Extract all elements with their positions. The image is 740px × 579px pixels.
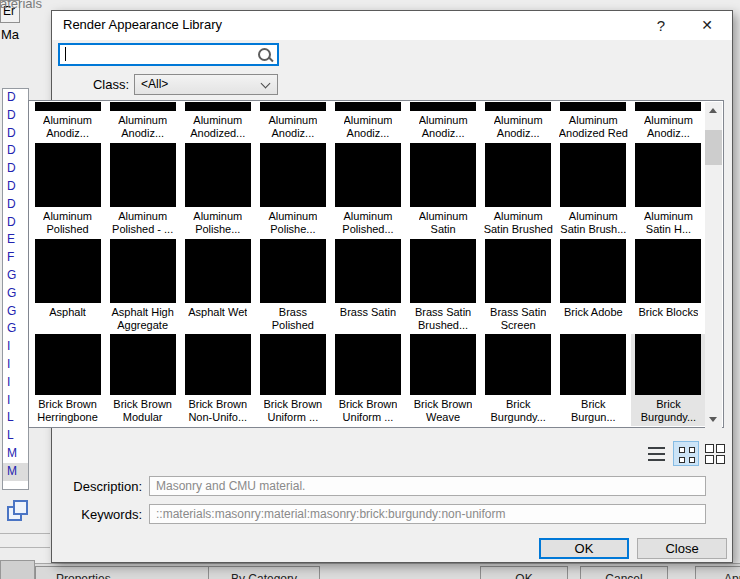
background-material-list-item[interactable]: I <box>3 374 28 392</box>
material-item[interactable]: Aluminum Anodiz... <box>406 102 481 142</box>
background-material-list-item[interactable]: M <box>3 445 28 463</box>
material-item[interactable]: Aluminum Polished - ... <box>105 143 180 238</box>
duplicate-icon-front <box>13 500 28 515</box>
material-item[interactable]: Aluminum Anodiz... <box>481 102 556 142</box>
background-properties-button[interactable]: Properties <box>35 566 227 579</box>
background-cancel-button[interactable]: Cancel <box>580 566 668 579</box>
background-material-list-item[interactable]: G <box>3 285 28 303</box>
material-item[interactable]: Aluminum Satin H... <box>631 143 706 238</box>
material-label: Brick Brown Uniform ... <box>264 398 323 424</box>
background-material-list-item[interactable]: G <box>3 320 28 338</box>
material-item[interactable]: Brick Burgun... <box>556 334 631 426</box>
background-material-list-item[interactable]: G <box>3 303 28 321</box>
close-button[interactable]: Close <box>637 538 727 559</box>
background-material-list-item[interactable]: D <box>3 125 28 143</box>
material-item[interactable]: Asphalt <box>30 239 105 334</box>
background-material-list-item[interactable]: D <box>3 214 28 232</box>
material-item[interactable]: Aluminum Anodiz... <box>631 102 706 142</box>
material-thumbnail <box>635 239 701 303</box>
material-thumbnail <box>260 143 326 207</box>
material-item[interactable]: Brass Polished <box>255 239 330 334</box>
background-material-list-item[interactable]: I <box>3 356 28 374</box>
dialog-titlebar[interactable]: Render Appearance Library ? ✕ <box>52 11 732 40</box>
material-item[interactable]: Asphalt High Aggregate <box>105 239 180 334</box>
material-item[interactable]: Aluminum Anodized... <box>180 102 255 142</box>
material-item[interactable]: Aluminum Polishe... <box>180 143 255 238</box>
scrollbar-thumb[interactable] <box>705 130 722 165</box>
background-material-list-item[interactable]: M <box>3 463 28 481</box>
class-dropdown[interactable]: <All> <box>134 74 278 95</box>
material-item[interactable]: Aluminum Anodiz... <box>255 102 330 142</box>
list-view-button[interactable] <box>644 442 670 467</box>
material-label: Brick Burgundy... <box>641 398 696 424</box>
close-icon[interactable]: ✕ <box>690 11 724 40</box>
duplicate-icon[interactable] <box>7 500 29 522</box>
description-label: Description: <box>52 479 142 494</box>
scrollbar[interactable] <box>705 102 722 428</box>
background-material-list-item[interactable]: D <box>3 89 28 107</box>
help-button[interactable]: ? <box>644 11 678 40</box>
scroll-down-button[interactable] <box>705 411 722 428</box>
background-material-list-item[interactable]: D <box>3 160 28 178</box>
material-item[interactable]: Aluminum Polished... <box>330 143 405 238</box>
material-item[interactable]: Brick Brown Weave <box>406 334 481 426</box>
material-item[interactable]: Brass Satin Brushed... <box>406 239 481 334</box>
search-icon[interactable] <box>258 48 271 61</box>
material-item[interactable]: Brick Brown Uniform ... <box>330 334 405 426</box>
ok-button[interactable]: OK <box>539 538 629 559</box>
search-input[interactable] <box>60 45 277 64</box>
material-item[interactable]: Brick Burgundy... <box>631 334 706 426</box>
material-item[interactable]: Brick Brown Non-Unifo... <box>180 334 255 426</box>
material-item[interactable]: Asphalt Wet <box>180 239 255 334</box>
material-thumbnail <box>335 334 401 395</box>
background-material-list-item[interactable]: E <box>3 231 28 249</box>
material-item[interactable]: Brick Brown Uniform ... <box>255 334 330 426</box>
material-item[interactable]: Brick Burgundy... <box>481 334 556 426</box>
large-thumbnails-button[interactable] <box>702 441 728 466</box>
material-thumbnail <box>185 143 251 207</box>
material-item[interactable]: Aluminum Satin <box>406 143 481 238</box>
material-item[interactable]: Brass Satin <box>330 239 405 334</box>
material-item[interactable]: Aluminum Anodiz... <box>30 102 105 142</box>
material-thumbnail <box>410 102 476 111</box>
material-item[interactable]: Brick Adobe <box>556 239 631 334</box>
material-thumbnail <box>635 102 701 111</box>
material-item[interactable]: Aluminum Satin Brushed <box>481 143 556 238</box>
material-item[interactable]: Brick Brown Herringbone <box>30 334 105 426</box>
scroll-up-button[interactable] <box>705 102 722 119</box>
material-thumbnail <box>485 143 551 207</box>
small-thumbnails-button[interactable] <box>673 441 699 466</box>
background-material-list-item[interactable]: I <box>3 338 28 356</box>
background-material-list-item[interactable]: G <box>3 267 28 285</box>
background-material-list-item[interactable]: L <box>3 409 28 427</box>
list-view-icon <box>648 453 665 455</box>
material-label: Aluminum Anodized... <box>190 114 245 140</box>
material-label: Brass Polished <box>272 306 314 332</box>
dialog-title: Render Appearance Library <box>63 17 222 32</box>
background-material-list-item[interactable]: D <box>3 107 28 125</box>
background-material-list-item[interactable]: D <box>3 196 28 214</box>
material-thumbnail <box>185 334 251 395</box>
material-item[interactable]: Brass Satin Screen <box>481 239 556 334</box>
background-material-list-item[interactable]: I <box>3 392 28 410</box>
background-by-category-button[interactable]: By Category <box>208 566 320 579</box>
material-item[interactable]: Brick Blocks <box>631 239 706 334</box>
material-item[interactable]: Aluminum Anodiz... <box>330 102 405 142</box>
material-thumbnail <box>35 239 101 303</box>
material-item[interactable]: Aluminum Polishe... <box>255 143 330 238</box>
material-grid-row: Aluminum PolishedAluminum Polished - ...… <box>30 143 706 238</box>
material-item[interactable]: Aluminum Anodiz... <box>105 102 180 142</box>
background-material-list-item[interactable]: F <box>3 249 28 267</box>
material-item[interactable]: Aluminum Satin Brush... <box>556 143 631 238</box>
material-thumbnail <box>110 143 176 207</box>
background-ok-button[interactable]: OK <box>480 566 568 579</box>
background-material-list-item[interactable]: D <box>3 178 28 196</box>
material-thumbnail <box>335 239 401 303</box>
material-item[interactable]: Aluminum Anodized Red <box>556 102 631 142</box>
background-apply-button[interactable]: Apply <box>695 566 740 579</box>
background-material-list-item[interactable]: L <box>3 427 28 445</box>
material-item[interactable]: Brick Brown Modular <box>105 334 180 426</box>
material-item[interactable]: Aluminum Polished <box>30 143 105 238</box>
material-thumbnail <box>485 102 551 111</box>
background-material-list-item[interactable]: D <box>3 142 28 160</box>
